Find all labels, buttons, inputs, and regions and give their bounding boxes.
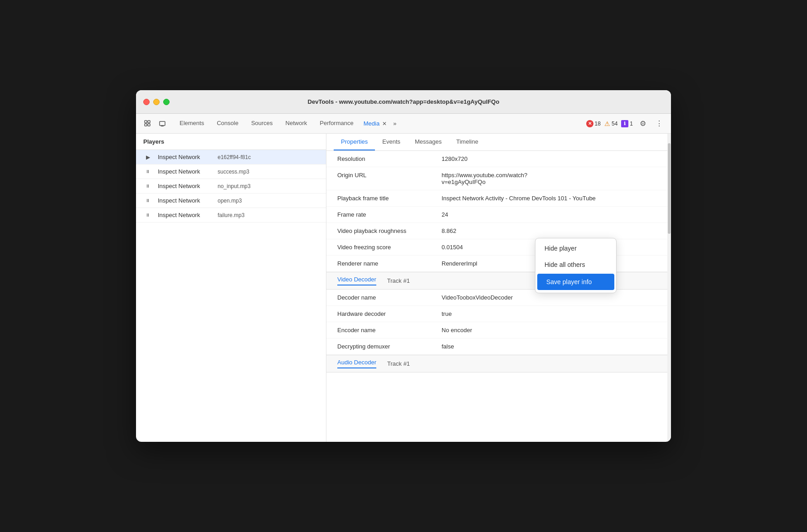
prop-freezing: Video freezing score 0.01504: [326, 239, 671, 256]
player-id: success.mp3: [218, 169, 249, 175]
pause-icon: ⏸: [143, 213, 152, 218]
prop-roughness: Video playback roughness 8.862: [326, 223, 671, 239]
prop-decoder-name: Decoder name VideoTooboxVideoDecoder: [326, 290, 671, 306]
players-sidebar: Players ▶ Inspect Network e162ff94-f81c …: [136, 134, 326, 442]
issues-badge: ℹ 1: [621, 120, 633, 127]
close-button[interactable]: [143, 99, 150, 105]
device-mode-icon[interactable]: [156, 117, 169, 130]
prop-name: Decrypting demuxer: [337, 343, 442, 350]
prop-name: Renderer name: [337, 260, 442, 267]
issues-icon: ℹ: [621, 120, 628, 127]
player-item[interactable]: ⏸ Inspect Network failure.mp3: [136, 208, 326, 222]
prop-encoder-name: Encoder name No encoder: [326, 322, 671, 339]
svg-rect-3: [148, 124, 150, 126]
prop-name: Playback frame title: [337, 195, 442, 202]
media-close-icon[interactable]: ✕: [382, 121, 387, 127]
player-id: open.mp3: [218, 198, 242, 204]
prop-value: 1280x720: [442, 155, 660, 162]
prop-name: Decoder name: [337, 294, 442, 301]
player-item[interactable]: ⏸ Inspect Network success.mp3: [136, 164, 326, 179]
player-id: e162ff94-f81c: [218, 154, 251, 160]
prop-frame-rate: Frame rate 24: [326, 207, 671, 223]
prop-value: false: [442, 343, 660, 350]
content-area: Players ▶ Inspect Network e162ff94-f81c …: [136, 134, 671, 442]
element-picker-icon[interactable]: [141, 117, 154, 130]
pause-icon: ⏸: [143, 184, 152, 189]
prop-renderer: Renderer name RendererImpl: [326, 256, 671, 272]
context-menu: Hide player Hide all others Save player …: [535, 238, 617, 293]
svg-rect-0: [145, 121, 147, 123]
player-item[interactable]: ⏸ Inspect Network no_input.mp3: [136, 179, 326, 193]
track-tab[interactable]: Track #1: [387, 277, 410, 284]
more-options-icon[interactable]: ⋮: [653, 117, 666, 130]
player-name: Inspect Network: [158, 183, 212, 189]
player-item[interactable]: ⏸ Inspect Network open.mp3: [136, 193, 326, 208]
panel-tabs: Properties Events Messages Timeline: [326, 134, 671, 151]
toolbar: Elements Console Sources Network Perform…: [136, 114, 671, 134]
settings-icon[interactable]: ⚙: [637, 117, 649, 130]
pause-icon: ⏸: [143, 169, 152, 174]
sidebar-header: Players: [136, 134, 326, 150]
warning-badge: ⚠ 54: [604, 120, 617, 127]
pause-icon: ⏸: [143, 198, 152, 203]
tab-media[interactable]: Media ✕: [361, 119, 389, 128]
player-id: no_input.mp3: [218, 183, 251, 189]
scrollbar-track: [667, 134, 671, 442]
devtools-window: DevTools - www.youtube.com/watch?app=des…: [136, 90, 671, 442]
player-item[interactable]: ▶ Inspect Network e162ff94-f81c: [136, 150, 326, 164]
prop-name: Resolution: [337, 155, 442, 162]
context-menu-save-info[interactable]: Save player info: [537, 274, 614, 290]
prop-value: true: [442, 310, 660, 317]
prop-value: 24: [442, 211, 660, 218]
more-tabs-icon[interactable]: »: [391, 120, 398, 127]
audio-track-tab[interactable]: Track #1: [387, 360, 410, 367]
player-name: Inspect Network: [158, 212, 212, 218]
audio-decoder-tab[interactable]: Audio Decoder: [337, 359, 376, 368]
prop-name: Encoder name: [337, 327, 442, 334]
context-menu-hide-player[interactable]: Hide player: [535, 240, 616, 256]
player-name: Inspect Network: [158, 154, 212, 160]
prop-origin-url: Origin URL https://www.youtube.com/watch…: [326, 167, 671, 190]
error-icon: ✕: [586, 120, 593, 127]
minimize-button[interactable]: [153, 99, 160, 105]
player-list: ▶ Inspect Network e162ff94-f81c ⏸ Inspec…: [136, 150, 326, 222]
error-badge: ✕ 18: [586, 120, 601, 127]
audio-decoder-section-header: Audio Decoder Track #1: [326, 355, 671, 372]
prop-name: Origin URL: [337, 172, 442, 179]
prop-name: Frame rate: [337, 211, 442, 218]
tab-network[interactable]: Network: [280, 114, 313, 134]
svg-rect-1: [145, 124, 147, 126]
player-id: failure.mp3: [218, 212, 244, 218]
tab-performance[interactable]: Performance: [314, 114, 359, 134]
player-name: Inspect Network: [158, 197, 212, 204]
prop-name: Video playback roughness: [337, 227, 442, 234]
prop-frame-title: Playback frame title Inspect Network Act…: [326, 190, 671, 207]
prop-value: 8.862: [442, 227, 660, 234]
play-icon: ▶: [143, 154, 152, 160]
prop-name: Video freezing score: [337, 244, 442, 251]
maximize-button[interactable]: [163, 99, 170, 105]
video-decoder-tab[interactable]: Video Decoder: [337, 276, 376, 285]
warning-icon: ⚠: [604, 120, 610, 127]
tab-events[interactable]: Events: [375, 134, 408, 150]
window-title: DevTools - www.youtube.com/watch?app=des…: [308, 98, 500, 105]
prop-resolution: Resolution 1280x720: [326, 151, 671, 167]
tab-properties[interactable]: Properties: [334, 134, 375, 150]
titlebar: DevTools - www.youtube.com/watch?app=des…: [136, 90, 671, 114]
prop-value: https://www.youtube.com/watch? v=e1gAyQu…: [442, 172, 660, 185]
tab-elements[interactable]: Elements: [174, 114, 209, 134]
tab-console[interactable]: Console: [211, 114, 244, 134]
context-menu-hide-others[interactable]: Hide all others: [535, 256, 616, 273]
tab-timeline[interactable]: Timeline: [449, 134, 486, 150]
player-name: Inspect Network: [158, 168, 212, 175]
tab-sources[interactable]: Sources: [246, 114, 278, 134]
tab-messages[interactable]: Messages: [408, 134, 449, 150]
scrollbar-thumb[interactable]: [668, 143, 671, 234]
main-panel: Properties Events Messages Timeline Reso…: [326, 134, 671, 442]
properties-content: Resolution 1280x720 Origin URL https://w…: [326, 151, 671, 442]
toolbar-icons: [141, 117, 169, 130]
svg-rect-2: [148, 121, 150, 123]
toolbar-right: ✕ 18 ⚠ 54 ℹ 1 ⚙ ⋮: [586, 117, 666, 130]
video-decoder-section-header: Video Decoder Track #1: [326, 272, 671, 290]
prop-value: No encoder: [442, 327, 660, 334]
